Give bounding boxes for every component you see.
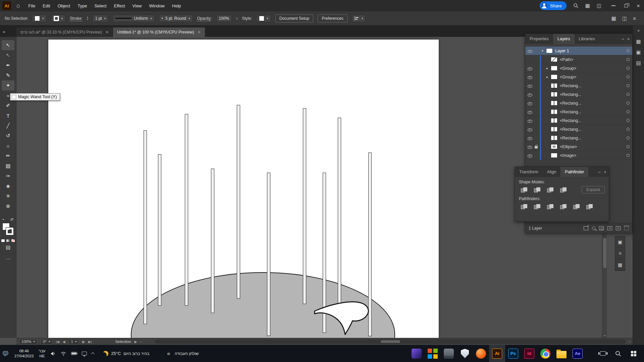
new-layer-icon[interactable] — [616, 226, 621, 230]
selection-tool[interactable]: ↖ — [2, 40, 14, 50]
brush-definition-dropdown[interactable]: • 5 pt. Round ▾ — [159, 15, 193, 22]
app-illustrator[interactable]: Ai — [489, 345, 505, 362]
type-tool[interactable]: T — [2, 111, 14, 121]
fill-color-dropdown[interactable]: ▾ — [32, 15, 47, 22]
target-circle-icon[interactable] — [627, 154, 630, 157]
target-circle-icon[interactable] — [627, 75, 630, 78]
touch-workspace-icon[interactable]: ▦ — [611, 15, 616, 21]
dock-collapse-chevron[interactable]: « — [637, 28, 640, 33]
expand-button[interactable]: Expand — [582, 186, 605, 193]
tab-logo-file[interactable]: לוגו קיים.ai* @ 33.33 % (CMYK/CPU Previe… — [16, 27, 113, 37]
target-circle-icon[interactable] — [627, 84, 630, 87]
start-button[interactable] — [626, 345, 641, 362]
visibility-toggle[interactable] — [527, 110, 535, 114]
target-circle-icon[interactable] — [627, 102, 630, 105]
artboard-number-dropdown[interactable]: 1 ▾ — [68, 339, 79, 345]
gradient-tool[interactable]: ▧ — [2, 161, 14, 171]
locate-object-icon[interactable] — [592, 227, 595, 230]
panel-menu-icon[interactable]: ≡ — [628, 37, 630, 41]
pathfinder-merge-button[interactable] — [545, 203, 555, 210]
workspace-switcher-icon[interactable]: ◫ — [597, 3, 601, 9]
target-circle-icon[interactable] — [627, 49, 630, 52]
layer-thumbnail[interactable] — [551, 153, 557, 158]
show-hidden-icons-chevron[interactable] — [91, 352, 95, 356]
weather-widget[interactable]: 25°C בהיר ברוב היום — [103, 351, 149, 356]
menu-object[interactable]: Object — [54, 0, 74, 11]
home-icon[interactable]: ⌂ — [16, 2, 20, 9]
app-indesign[interactable]: Id — [521, 345, 537, 362]
last-artboard-button[interactable]: ▶| — [88, 340, 92, 344]
app-file-explorer[interactable] — [553, 345, 570, 362]
target-circle-icon[interactable] — [627, 58, 630, 61]
volume-icon[interactable] — [50, 351, 56, 356]
clock[interactable]: 08:46 27/04/2022 — [14, 349, 34, 358]
target-circle-icon[interactable] — [627, 119, 630, 122]
close-button[interactable]: × — [637, 3, 640, 9]
shape-mode-intersect-button[interactable] — [545, 186, 555, 193]
layer-row[interactable]: <Group> — [525, 64, 632, 73]
app-chrome[interactable] — [537, 345, 553, 362]
visibility-toggle[interactable] — [527, 136, 535, 140]
pathfinder-outline-button[interactable] — [571, 203, 581, 210]
tab-close-icon[interactable]: ✕ — [198, 30, 201, 35]
tab-untitled-1[interactable]: Untitled-1* @ 100 % (CMYK/CPU Preview) ✕ — [113, 27, 205, 37]
first-artboard-button[interactable]: |◀ — [56, 340, 59, 344]
layer-thumbnail[interactable] — [551, 144, 557, 149]
app-photoshop[interactable]: Ps — [505, 345, 521, 362]
app-windows-security[interactable] — [457, 345, 473, 362]
graphic-style-dropdown[interactable]: ▾ — [256, 15, 271, 22]
stroke-panel-link[interactable]: Stroke: — [70, 16, 83, 21]
layer-thumbnail[interactable] — [546, 48, 553, 53]
shape-mode-exclude-button[interactable] — [558, 186, 568, 193]
zoom-tool[interactable]: ⊕ — [2, 201, 14, 211]
app-after-effects[interactable]: Ae — [570, 345, 586, 362]
shape-tool[interactable]: ○ — [2, 141, 14, 151]
horizontal-scroll-thumb[interactable] — [381, 340, 400, 343]
visibility-toggle[interactable] — [527, 49, 535, 53]
visibility-toggle[interactable] — [527, 127, 535, 132]
pathfinder-crop-button[interactable] — [558, 203, 568, 210]
layer-row[interactable]: <Rectang... — [525, 90, 632, 99]
artwork-bar[interactable] — [211, 169, 214, 313]
delete-selection-icon[interactable] — [624, 226, 629, 230]
vertical-scroll-thumb[interactable] — [603, 238, 606, 268]
visibility-toggle[interactable] — [527, 153, 535, 158]
collapsed-panel-thumbnail-icon[interactable]: ▣ — [615, 236, 625, 248]
layer-thumbnail[interactable] — [551, 135, 557, 140]
panel-collapse-icon[interactable]: ›› — [598, 170, 600, 174]
layer-thumbnail[interactable] — [551, 83, 557, 88]
expand-chevron-icon[interactable] — [546, 75, 551, 79]
layer-thumbnail[interactable] — [551, 109, 557, 114]
layer-thumbnail[interactable] — [551, 66, 557, 71]
pencil-tool[interactable]: ✏ — [2, 151, 14, 161]
toolbar-collapse-chevron[interactable]: » — [0, 29, 16, 37]
task-view-button[interactable] — [595, 345, 610, 362]
layer-row[interactable]: <Path> — [525, 55, 632, 64]
visibility-toggle[interactable] — [527, 83, 535, 88]
app-gray[interactable] — [441, 345, 457, 362]
visibility-toggle[interactable] — [527, 118, 535, 123]
none-mode-button[interactable] — [11, 239, 15, 242]
visibility-toggle[interactable] — [527, 66, 535, 71]
menu-view[interactable]: View — [129, 0, 146, 11]
layer-thumbnail[interactable] — [551, 127, 557, 132]
network-icon[interactable] — [61, 352, 66, 356]
target-circle-icon[interactable] — [627, 110, 630, 113]
tab-properties[interactable]: Properties — [525, 34, 553, 44]
preferences-button[interactable]: Preferences — [318, 14, 347, 22]
artwork-bar[interactable] — [267, 173, 270, 336]
libraries-panel-icon[interactable]: ▤ — [636, 58, 641, 68]
line-segment-tool[interactable]: ╱ — [2, 121, 14, 131]
zoom-dropdown[interactable]: 100% ▾ — [19, 339, 37, 345]
layer-row[interactable]: <Rectang... — [525, 81, 632, 90]
gradient-mode-button[interactable] — [6, 239, 10, 242]
edit-toolbar-button[interactable]: … — [6, 252, 11, 262]
visibility-toggle[interactable] — [527, 92, 535, 97]
magic-wand-tool[interactable]: ✦ — [2, 80, 14, 90]
minimize-button[interactable] — [611, 5, 615, 6]
layer-thumbnail[interactable] — [551, 101, 557, 106]
tab-libraries[interactable]: Libraries — [575, 34, 599, 44]
layer-row[interactable]: <Ellipse> — [525, 142, 632, 151]
menu-window[interactable]: Window — [146, 0, 168, 11]
panel-menu-icon[interactable]: ≡ — [633, 15, 636, 21]
